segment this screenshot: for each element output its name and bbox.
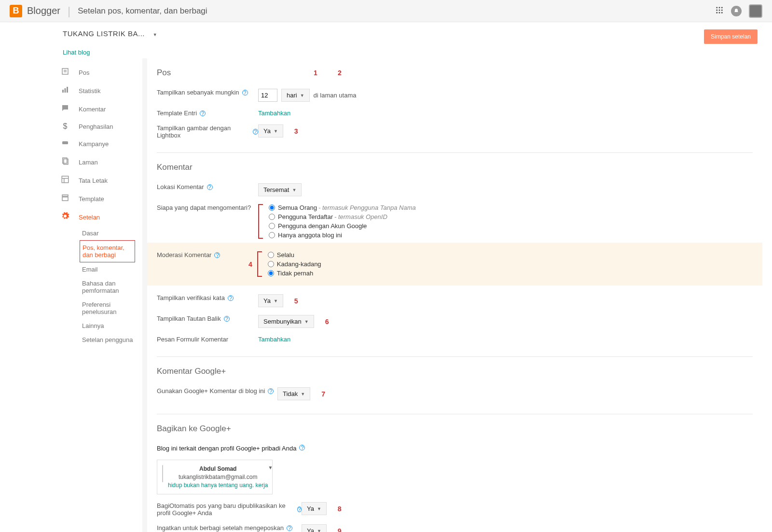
radio-selalu[interactable]: Selalu <box>268 251 321 259</box>
dropdown-auto-share[interactable]: Ya▼ <box>302 502 327 515</box>
help-icon[interactable]: ? <box>214 252 220 258</box>
help-icon[interactable]: ? <box>207 184 213 190</box>
nav-setelan[interactable]: Setelan <box>60 208 140 226</box>
subnav-setelan-pengguna[interactable]: Setelan pengguna <box>80 333 140 347</box>
radio-google[interactable]: Pengguna dengan Akun Google <box>269 222 416 230</box>
help-icon[interactable]: ? <box>268 388 274 394</box>
subnav-email[interactable]: Email <box>80 262 140 276</box>
brand-name: Blogger <box>27 5 60 16</box>
svg-rect-14 <box>67 87 68 93</box>
label-moderasi: Moderasi Komentar <box>157 251 211 259</box>
dropdown-lightbox[interactable]: Ya▼ <box>258 124 283 137</box>
help-icon[interactable]: ? <box>242 90 248 95</box>
section-pos-title: Pos <box>157 68 753 78</box>
help-icon[interactable]: ? <box>299 445 305 450</box>
profile-card[interactable]: Abdul Somad tukanglistrikbatam@gmail.com… <box>157 460 273 494</box>
radio-terdaftar[interactable]: Pengguna Terdaftar- termasuk OpenID <box>269 213 416 220</box>
chevron-down-icon: ▼ <box>317 529 321 532</box>
nav-laman[interactable]: Laman <box>60 153 140 171</box>
chevron-down-icon: ▼ <box>268 465 273 470</box>
link-add-template[interactable]: Tambahkan <box>258 109 290 117</box>
comment-icon <box>60 104 70 114</box>
profile-email: tukanglistrikbatam@gmail.com <box>168 473 268 481</box>
subnav-lainnya[interactable]: Lainnya <box>80 319 140 333</box>
divider <box>157 356 753 357</box>
annotation-3: 3 <box>294 127 298 135</box>
subnav-dasar[interactable]: Dasar <box>80 226 140 240</box>
label-entry-template: Template Entri <box>157 109 197 117</box>
dropdown-gplus[interactable]: Tidak▼ <box>277 387 310 400</box>
divider <box>157 152 753 153</box>
chevron-down-icon: ▼ <box>301 392 305 396</box>
apps-grid-icon[interactable] <box>715 6 724 16</box>
blog-selector[interactable]: TUKANG LISTRIK BA... ▼ <box>63 29 157 38</box>
dropdown-remind[interactable]: Ya▼ <box>302 524 327 532</box>
subnav-bahasa[interactable]: Bahasa dan pemformatan <box>80 276 140 298</box>
section-komentar-title: Komentar <box>157 163 753 172</box>
nav-tataletak[interactable]: Tata Letak <box>60 171 140 190</box>
svg-point-5 <box>721 10 723 11</box>
profile-avatar-icon <box>162 465 163 482</box>
annotation-4: 4 <box>248 260 252 268</box>
label-balik: Tampilkan Tautan Balik <box>157 315 221 322</box>
campaign-icon <box>60 138 70 149</box>
scrollbar-track[interactable] <box>142 58 147 532</box>
nav-statistik[interactable]: Statistik <box>60 82 140 100</box>
dropdown-balik[interactable]: Sembunyikan▼ <box>258 315 314 328</box>
help-icon[interactable]: ? <box>200 110 206 116</box>
notifications-icon[interactable] <box>731 6 742 16</box>
view-blog-link[interactable]: Lihat blog <box>0 46 772 58</box>
chevron-down-icon: ▼ <box>304 319 309 324</box>
annotation-2: 2 <box>338 69 342 77</box>
radio-kadang[interactable]: Kadang-kadang <box>268 260 321 268</box>
annotation-7: 7 <box>321 390 325 398</box>
subnav-pos-komentar[interactable]: Pos, komentar, dan berbagi <box>80 240 135 262</box>
svg-point-1 <box>719 7 720 8</box>
label-auto-share: BagiOtomatis pos yang baru dipublikasika… <box>157 502 294 517</box>
svg-rect-12 <box>62 90 64 93</box>
nav-komentar[interactable]: Komentar <box>60 100 140 118</box>
chevron-down-icon: ▼ <box>153 32 157 37</box>
svg-rect-21 <box>62 195 68 196</box>
dropdown-lokasi[interactable]: Tersemat▼ <box>258 183 302 196</box>
save-settings-button[interactable]: Simpan setelan <box>704 29 758 44</box>
pages-icon <box>60 157 70 167</box>
nav-penghasilan[interactable]: $Penghasilan <box>60 118 140 135</box>
nav-pos[interactable]: Pos <box>60 63 140 82</box>
section-gplus-title: Komentar Google+ <box>157 367 753 376</box>
blog-name: TUKANG LISTRIK BA... <box>63 29 145 38</box>
help-icon[interactable]: ? <box>228 295 234 301</box>
nav-kampanye[interactable]: Kampanye <box>60 135 140 153</box>
label-suffix: di laman utama <box>314 92 357 99</box>
header-separator: | <box>68 4 70 18</box>
help-icon[interactable]: ? <box>297 506 302 512</box>
chevron-down-icon: ▼ <box>274 129 278 134</box>
radio-anggota[interactable]: Hanya anggota blog ini <box>269 232 416 239</box>
chevron-down-icon: ▼ <box>300 93 304 98</box>
layout-icon <box>60 175 70 186</box>
radio-semua-orang[interactable]: Semua Orang- termasuk Pengguna Tanpa Nam… <box>269 204 416 211</box>
label-gplus-use: Gunakan Google+ Komentar di blog ini <box>157 387 265 395</box>
input-post-count[interactable] <box>258 89 277 102</box>
label-lightbox: Tampilkan gambar dengan Lightbox <box>157 124 250 139</box>
svg-rect-22 <box>62 197 68 201</box>
chevron-down-icon: ▼ <box>274 299 278 303</box>
svg-point-8 <box>721 12 723 14</box>
dropdown-unit[interactable]: hari▼ <box>281 89 310 102</box>
help-icon[interactable]: ? <box>224 316 230 322</box>
link-add-pesan[interactable]: Tambahkan <box>258 336 290 343</box>
sidebar-nav: Pos Statistik Komentar $Penghasilan Kamp… <box>0 58 140 532</box>
radio-tidak-pernah[interactable]: Tidak pernah <box>268 270 321 277</box>
label-pesan-formulir: Pesan Formulir Komentar <box>157 336 228 343</box>
app-header: B Blogger | Setelan pos, komentar, dan b… <box>0 0 772 22</box>
label-lokasi: Lokasi Komentar <box>157 183 204 191</box>
user-avatar[interactable] <box>749 4 762 18</box>
dropdown-verifikasi[interactable]: Ya▼ <box>258 294 283 307</box>
subnav-preferensi[interactable]: Preferensi penelusuran <box>80 298 140 319</box>
nav-template[interactable]: Template <box>60 190 140 208</box>
help-icon[interactable]: ? <box>287 525 292 531</box>
help-icon[interactable]: ? <box>253 129 258 135</box>
label-bagikan-desc: Blog ini terkait dengan profil Google+ p… <box>157 445 296 452</box>
main-content: 1 2 Pos Tampilkan sebanyak mungkin? hari… <box>147 58 772 532</box>
svg-rect-13 <box>65 88 66 93</box>
